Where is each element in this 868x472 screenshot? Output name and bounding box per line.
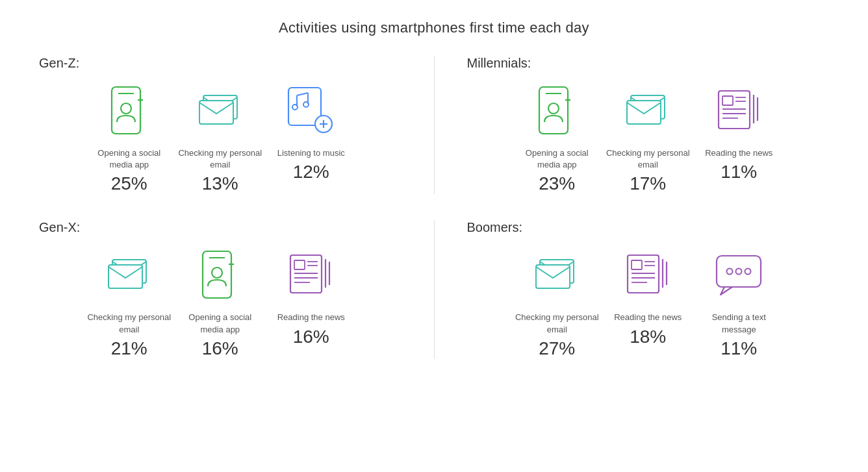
list-item: Reading the news 18%	[606, 247, 690, 358]
list-item: Opening a social media app 25%	[87, 82, 172, 194]
item-label: Listening to music	[277, 147, 345, 159]
svg-point-61	[736, 268, 742, 274]
svg-point-2	[121, 103, 131, 114]
item-label: Checking my personal email	[606, 147, 690, 171]
sms-icon	[709, 247, 768, 305]
section-divider	[434, 220, 435, 358]
section-millennials: Millennials: Opening a social media	[441, 56, 856, 194]
item-pct: 17%	[630, 173, 666, 194]
section-genx: Gen-X: Checking my personal email 21%	[13, 220, 428, 358]
svg-point-62	[745, 268, 751, 274]
item-label: Opening a social media app	[87, 147, 172, 171]
item-pct: 27%	[539, 338, 575, 359]
svg-point-60	[727, 268, 733, 274]
item-label: Checking my personal email	[178, 147, 262, 171]
section-divider	[434, 56, 435, 194]
svg-rect-40	[294, 260, 305, 269]
svg-rect-24	[722, 96, 733, 105]
item-label: Sending a text message	[696, 312, 781, 335]
svg-rect-51	[632, 260, 642, 269]
genx-items: Checking my personal email 21%	[13, 247, 428, 358]
email-icon	[100, 247, 159, 305]
svg-point-10	[292, 105, 298, 110]
list-item: Checking my personal email 13%	[178, 82, 262, 194]
list-item: Listening to music 12%	[269, 82, 353, 194]
top-row: Gen-Z: Opening a social media app	[13, 56, 855, 194]
list-item: Sending a text message 11%	[696, 247, 781, 358]
item-label: Checking my personal email	[87, 312, 172, 335]
news-icon	[709, 82, 768, 141]
item-pct: 11%	[721, 162, 757, 182]
item-pct: 12%	[293, 162, 329, 182]
email-icon	[191, 82, 249, 141]
social-icon	[100, 82, 159, 141]
genx-title: Gen-X:	[39, 220, 80, 235]
email-icon	[619, 82, 677, 141]
item-label: Opening a social media app	[178, 312, 262, 335]
svg-point-12	[303, 102, 309, 107]
email-icon	[528, 247, 586, 305]
svg-rect-6	[199, 101, 233, 124]
list-item: Checking my personal email 27%	[515, 247, 599, 358]
section-boomers: Boomers: Checking my personal email 27%	[441, 220, 856, 358]
item-pct: 25%	[111, 173, 147, 194]
svg-rect-33	[108, 265, 142, 288]
item-pct: 16%	[202, 338, 238, 359]
list-item: Reading the news 11%	[696, 82, 781, 194]
boomers-items: Checking my personal email 27%	[441, 247, 856, 358]
news-icon	[619, 247, 677, 305]
social-icon	[191, 247, 249, 305]
list-item: Checking my personal email 17%	[606, 82, 690, 194]
svg-line-8	[297, 93, 308, 95]
social-icon	[528, 82, 586, 141]
item-pct: 23%	[539, 173, 575, 194]
section-genz: Gen-Z: Opening a social media app	[13, 56, 428, 194]
item-label: Reading the news	[277, 312, 345, 323]
item-label: Reading the news	[705, 147, 772, 159]
list-item: Opening a social media app 16%	[178, 247, 262, 358]
item-label: Opening a social media app	[515, 147, 599, 171]
genz-title: Gen-Z:	[39, 56, 79, 71]
music-icon	[282, 82, 340, 141]
item-label: Reading the news	[614, 312, 682, 323]
item-pct: 21%	[111, 338, 147, 359]
news-icon	[282, 247, 340, 305]
sections-wrapper: Gen-Z: Opening a social media app	[13, 56, 855, 359]
page-title: Activities using smartphones first time …	[279, 19, 589, 36]
millennials-items: Opening a social media app 23% Checking …	[441, 82, 856, 194]
svg-point-18	[548, 103, 559, 114]
svg-rect-22	[627, 101, 661, 124]
item-pct: 16%	[293, 327, 329, 347]
item-label: Checking my personal email	[515, 312, 599, 335]
genz-items: Opening a social media app 25% Checking …	[13, 82, 428, 194]
svg-rect-59	[717, 256, 761, 287]
bottom-row: Gen-X: Checking my personal email 21%	[13, 220, 855, 358]
boomers-title: Boomers:	[467, 220, 523, 235]
list-item: Checking my personal email 21%	[87, 247, 172, 358]
svg-rect-49	[536, 265, 570, 288]
item-pct: 11%	[721, 338, 757, 359]
list-item: Reading the news 16%	[269, 247, 353, 358]
list-item: Opening a social media app 23%	[515, 82, 599, 194]
item-pct: 13%	[202, 173, 238, 194]
item-pct: 18%	[630, 327, 666, 347]
millennials-title: Millennials:	[467, 56, 531, 71]
svg-point-36	[212, 267, 222, 278]
